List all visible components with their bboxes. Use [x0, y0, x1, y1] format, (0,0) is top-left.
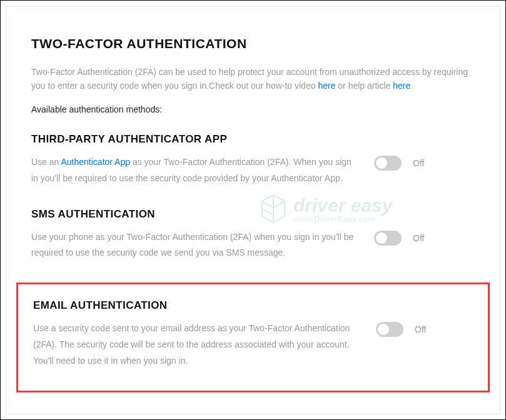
howto-video-link[interactable]: here [318, 81, 335, 91]
available-methods-label: Available authentication methods: [31, 104, 475, 114]
sms-title: SMS AUTHENTICATION [31, 208, 475, 221]
authenticator-toggle-state: Off [413, 158, 429, 168]
authenticator-toggle[interactable] [374, 156, 402, 171]
section-email: EMAIL AUTHENTICATION Use a security code… [16, 282, 490, 392]
email-toggle-state: Off [415, 324, 431, 334]
authenticator-title: THIRD-PARTY AUTHENTICATOR APP [31, 133, 475, 146]
page-title: TWO-FACTOR AUTHENTICATION [31, 36, 475, 51]
sms-toggle[interactable] [374, 231, 402, 246]
email-title: EMAIL AUTHENTICATION [33, 299, 473, 312]
authenticator-description: Use an Authenticator App as your Two-Fac… [31, 154, 357, 187]
intro-text: Two-Factor Authentication (2FA) can be u… [31, 65, 475, 93]
email-description: Use a security code sent to your email a… [33, 321, 358, 369]
email-toggle[interactable] [376, 322, 403, 337]
help-article-link[interactable]: here [393, 81, 410, 91]
settings-panel: TWO-FACTOR AUTHENTICATION Two-Factor Aut… [6, 6, 500, 414]
intro-part2: or help article [335, 81, 393, 91]
intro-part3: . [410, 81, 413, 91]
sms-toggle-state: Off [413, 233, 429, 243]
section-authenticator-app: THIRD-PARTY AUTHENTICATOR APP Use an Aut… [31, 133, 475, 208]
section-sms: SMS AUTHENTICATION Use your phone as you… [31, 208, 475, 283]
sms-description: Use your phone as your Two-Factor Authen… [31, 229, 357, 262]
authenticator-app-link[interactable]: Authenticator App [61, 157, 130, 167]
